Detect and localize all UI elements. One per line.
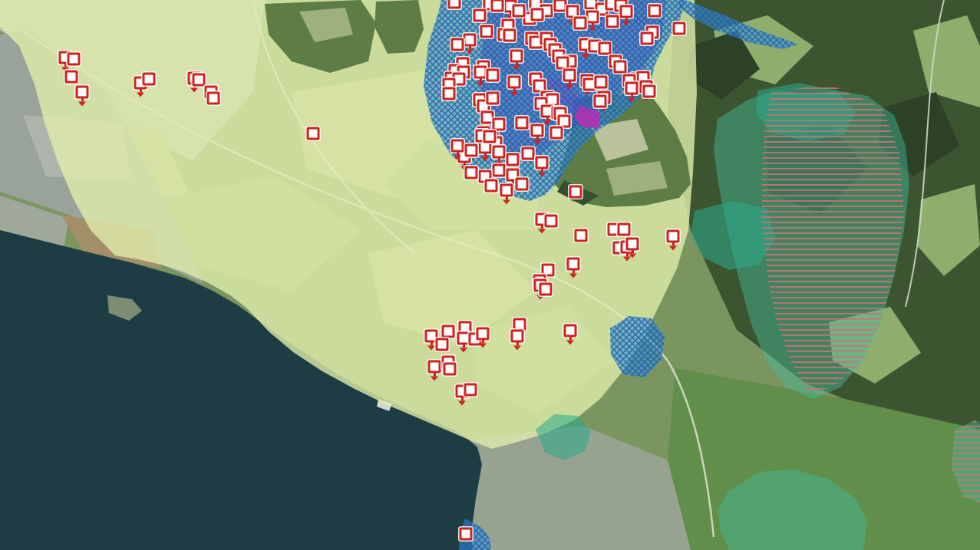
- well-arrow-marker-icon[interactable]: [451, 140, 464, 153]
- well-marker-icon[interactable]: [599, 42, 612, 55]
- well-arrow-marker-icon[interactable]: [474, 66, 487, 79]
- well-arrow-marker-icon[interactable]: [536, 156, 549, 170]
- well-arrow-marker-icon[interactable]: [620, 5, 633, 18]
- marker-arrow-tail: [513, 88, 516, 92]
- marker-arrow-tail: [461, 397, 464, 401]
- well-marker-icon[interactable]: [444, 363, 457, 376]
- well-marker-icon[interactable]: [614, 61, 627, 74]
- well-arrow-marker-icon[interactable]: [508, 76, 521, 89]
- marker-arrow-tail: [672, 242, 675, 246]
- marker-arrow-tail: [585, 51, 587, 54]
- well-marker-icon[interactable]: [65, 71, 78, 84]
- well-marker-icon[interactable]: [648, 5, 662, 18]
- marker-arrow-tail: [632, 250, 634, 254]
- well-arrow-marker-icon[interactable]: [464, 34, 477, 47]
- well-marker-icon[interactable]: [550, 127, 563, 140]
- well-marker-icon[interactable]: [618, 223, 631, 236]
- marker-arrow-tail: [625, 18, 628, 21]
- well-arrow-marker-icon[interactable]: [511, 330, 524, 343]
- marker-arrow-tail: [469, 46, 471, 50]
- marker-arrow-tail: [498, 158, 500, 162]
- well-arrow-marker-icon[interactable]: [667, 230, 680, 243]
- marker-arrow-tail: [482, 340, 484, 344]
- well-arrow-marker-icon[interactable]: [510, 50, 523, 63]
- marker-arrow-tail: [536, 137, 539, 140]
- marker-arrow-tail: [510, 12, 512, 16]
- well-marker-icon[interactable]: [474, 9, 487, 22]
- marker-arrow-tail: [592, 23, 594, 27]
- marker-arrow-tail: [572, 270, 575, 274]
- well-marker-icon[interactable]: [465, 144, 478, 157]
- well-marker-icon[interactable]: [493, 118, 506, 131]
- marker-arrow-tail: [516, 62, 518, 66]
- marker-arrow-tail: [431, 342, 433, 346]
- well-marker-icon[interactable]: [594, 95, 607, 108]
- well-marker-icon[interactable]: [307, 127, 320, 140]
- marker-arrow-tail: [480, 78, 482, 82]
- marker-arrow-tail: [81, 98, 84, 102]
- well-marker-icon[interactable]: [595, 76, 608, 89]
- well-arrow-marker-icon[interactable]: [477, 328, 490, 341]
- well-marker-icon[interactable]: [485, 179, 498, 193]
- marker-arrow-tail: [569, 337, 572, 341]
- well-marker-icon[interactable]: [480, 25, 493, 38]
- well-marker-icon[interactable]: [569, 186, 582, 199]
- well-marker-icon[interactable]: [516, 117, 529, 130]
- marker-layer: [0, 0, 980, 550]
- well-marker-icon[interactable]: [487, 69, 500, 82]
- map-canvas[interactable]: [0, 0, 980, 550]
- well-arrow-marker-icon[interactable]: [586, 11, 599, 24]
- well-marker-icon[interactable]: [531, 8, 544, 21]
- marker-arrow-tail: [569, 81, 571, 85]
- well-arrow-marker-icon[interactable]: [564, 324, 577, 338]
- well-marker-icon[interactable]: [516, 178, 529, 191]
- well-marker-icon[interactable]: [606, 15, 619, 28]
- well-marker-icon[interactable]: [460, 528, 473, 541]
- well-arrow-marker-icon[interactable]: [493, 146, 506, 159]
- well-marker-icon[interactable]: [556, 57, 569, 70]
- marker-arrow-tail: [463, 344, 465, 348]
- well-marker-icon[interactable]: [545, 215, 558, 228]
- well-arrow-marker-icon[interactable]: [428, 361, 441, 374]
- well-marker-icon[interactable]: [448, 0, 461, 9]
- well-marker-icon[interactable]: [68, 53, 81, 66]
- marker-arrow-tail: [546, 117, 549, 121]
- well-arrow-marker-icon[interactable]: [625, 82, 638, 95]
- well-marker-icon[interactable]: [673, 22, 686, 35]
- well-marker-icon[interactable]: [442, 325, 455, 338]
- marker-arrow-tail: [457, 152, 459, 156]
- well-marker-icon[interactable]: [539, 283, 553, 296]
- marker-arrow-tail: [541, 169, 543, 173]
- well-marker-icon[interactable]: [193, 74, 206, 87]
- well-marker-icon[interactable]: [443, 87, 456, 100]
- well-marker-icon[interactable]: [506, 153, 520, 166]
- well-marker-icon[interactable]: [522, 147, 535, 160]
- well-marker-icon[interactable]: [491, 0, 504, 12]
- well-arrow-marker-icon[interactable]: [76, 86, 89, 99]
- well-marker-icon[interactable]: [464, 384, 477, 397]
- well-marker-icon[interactable]: [554, 0, 567, 12]
- marker-arrow-tail: [631, 94, 633, 98]
- well-arrow-marker-icon[interactable]: [626, 238, 639, 251]
- well-arrow-marker-icon[interactable]: [563, 69, 576, 82]
- well-marker-icon[interactable]: [487, 92, 500, 105]
- well-arrow-marker-icon[interactable]: [531, 124, 544, 137]
- marker-arrow-tail: [541, 226, 543, 229]
- well-marker-icon[interactable]: [641, 32, 654, 45]
- well-marker-icon[interactable]: [575, 229, 588, 242]
- well-marker-icon[interactable]: [513, 5, 526, 18]
- well-marker-icon[interactable]: [465, 166, 478, 179]
- well-marker-icon[interactable]: [143, 73, 156, 86]
- well-marker-icon[interactable]: [436, 338, 449, 351]
- well-marker-icon[interactable]: [574, 17, 587, 30]
- well-marker-icon[interactable]: [643, 85, 656, 98]
- well-arrow-marker-icon[interactable]: [567, 258, 580, 271]
- marker-arrow-tail: [64, 64, 67, 68]
- well-arrow-marker-icon[interactable]: [500, 184, 513, 197]
- marker-arrow-tail: [506, 196, 508, 200]
- well-marker-icon[interactable]: [451, 38, 464, 51]
- well-marker-icon[interactable]: [207, 92, 220, 105]
- well-marker-icon[interactable]: [493, 164, 506, 177]
- well-marker-icon[interactable]: [503, 29, 516, 42]
- well-marker-icon[interactable]: [483, 130, 497, 143]
